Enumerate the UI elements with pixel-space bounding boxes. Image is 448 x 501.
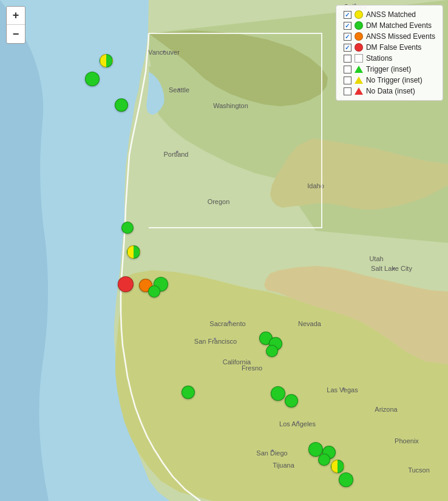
svg-point-13	[393, 267, 395, 270]
legend-checkbox-no-trigger-inset[interactable]	[344, 77, 351, 84]
marker-m4[interactable]	[121, 222, 134, 234]
legend-item-dm-false: DM False Events	[344, 43, 435, 52]
zoom-out-button[interactable]: −	[7, 25, 25, 43]
legend-icon-no-trigger-inset	[355, 76, 363, 84]
svg-point-10	[176, 151, 178, 153]
legend-label-trigger-inset: Trigger (inset)	[366, 65, 411, 73]
legend-checkbox-dm-matched[interactable]	[344, 22, 351, 30]
svg-point-15	[297, 421, 299, 423]
legend-checkbox-dm-false[interactable]	[344, 44, 351, 52]
zoom-controls[interactable]: + −	[6, 6, 25, 44]
legend-label-anss-matched: ANSS Matched	[366, 10, 416, 19]
legend-label-dm-matched: DM Matched Events	[366, 21, 432, 30]
legend-icon-dm-matched	[355, 21, 363, 30]
svg-point-14	[342, 387, 345, 390]
legend-item-stations: Stations	[344, 54, 435, 63]
legend: ANSS MatchedDM Matched EventsANSS Missed…	[336, 5, 443, 101]
legend-label-dm-false: DM False Events	[366, 43, 421, 52]
marker-m19[interactable]	[331, 460, 344, 473]
legend-checkbox-anss-matched[interactable]	[344, 11, 351, 19]
legend-icon-stations	[355, 54, 363, 63]
marker-m1[interactable]	[100, 54, 113, 67]
map-container: VancouverSeattleWashingtonPortlandOregon…	[0, 0, 448, 501]
legend-item-anss-missed: ANSS Missed Events	[344, 32, 435, 41]
legend-icon-dm-false	[355, 43, 363, 52]
marker-m13[interactable]	[182, 386, 195, 399]
svg-point-9	[163, 50, 165, 53]
legend-item-trigger-inset: Trigger (inset)	[344, 65, 435, 73]
marker-m2[interactable]	[85, 72, 100, 86]
legend-checkbox-anss-missed[interactable]	[344, 33, 351, 41]
marker-m12[interactable]	[266, 345, 278, 357]
legend-item-no-data-inset: No Data (inset)	[344, 87, 435, 95]
legend-icon-no-data-inset	[355, 87, 363, 95]
marker-m15[interactable]	[285, 394, 298, 407]
legend-label-no-trigger-inset: No Trigger (inset)	[366, 76, 423, 84]
marker-m18[interactable]	[318, 454, 330, 466]
marker-m6[interactable]	[118, 276, 134, 292]
svg-point-16	[271, 449, 274, 452]
zoom-in-button[interactable]: +	[7, 7, 25, 25]
legend-icon-anss-missed	[355, 32, 363, 41]
legend-icon-trigger-inset	[355, 65, 363, 73]
legend-item-anss-matched: ANSS Matched	[344, 10, 435, 19]
svg-point-12	[214, 338, 216, 340]
marker-m3[interactable]	[115, 98, 128, 112]
legend-checkbox-no-data-inset[interactable]	[344, 87, 351, 95]
svg-point-8	[178, 88, 180, 90]
legend-item-no-trigger-inset: No Trigger (inset)	[344, 76, 435, 84]
legend-checkbox-stations[interactable]	[344, 55, 351, 63]
marker-m20[interactable]	[339, 472, 353, 487]
marker-m5[interactable]	[127, 245, 140, 259]
marker-m14[interactable]	[271, 386, 285, 401]
legend-label-no-data-inset: No Data (inset)	[366, 87, 415, 95]
svg-point-11	[228, 321, 231, 323]
legend-item-dm-matched: DM Matched Events	[344, 21, 435, 30]
marker-m9[interactable]	[148, 285, 160, 298]
legend-icon-anss-matched	[355, 10, 363, 19]
legend-label-anss-missed: ANSS Missed Events	[366, 32, 435, 41]
legend-label-stations: Stations	[366, 54, 392, 63]
legend-checkbox-trigger-inset[interactable]	[344, 66, 351, 73]
